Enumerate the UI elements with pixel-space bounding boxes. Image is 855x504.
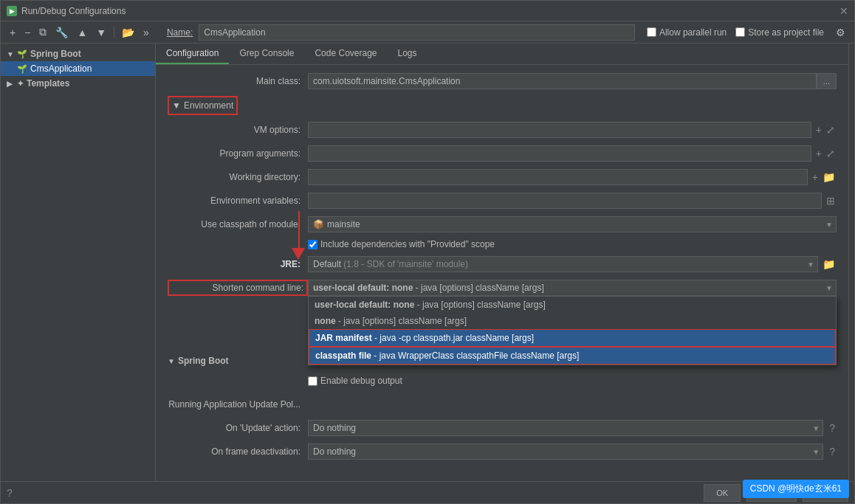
program-arguments-row: Program arguments: + ⤢	[168, 145, 837, 162]
help-icon-update[interactable]: ?	[828, 422, 837, 434]
shorten-cmd-popup: user-local default: none - java [options…	[308, 296, 837, 365]
add-button[interactable]: +	[7, 25, 18, 40]
on-update-select[interactable]: Do nothing ▼	[308, 420, 823, 436]
expand-icon[interactable]: +	[811, 171, 820, 183]
move-up-button[interactable]: ▲	[74, 25, 90, 40]
classpath-module-row: Use classpath of module: 📦 mainsite ▼	[168, 215, 837, 233]
more-button[interactable]: »	[140, 25, 152, 40]
on-frame-label: On frame deactivation:	[168, 446, 308, 457]
jre-select[interactable]: Default (1.8 - SDK of 'mainsite' module)…	[308, 256, 818, 272]
main-class-label: Main class:	[168, 76, 308, 86]
shorten-cmd-dropdown-wrapper: user-local default: none - java [options…	[308, 280, 837, 296]
name-label: Name:	[167, 27, 193, 38]
folder-browse-icon[interactable]: 📁	[821, 171, 837, 183]
on-update-dropdown: Do nothing ▼	[308, 420, 823, 436]
window-title: Run/Debug Configurations	[21, 6, 126, 16]
enable-debug-row: Enable debug output	[168, 372, 837, 390]
dropdown-arrow-icon: ▼	[807, 260, 814, 269]
environment-section-header: ▼ Environment	[168, 96, 238, 115]
program-arguments-input[interactable]	[308, 145, 811, 162]
dropdown-arrow-icon: ▼	[825, 221, 833, 229]
main-area: ▼ 🌱 Spring Boot 🌱 CmsApplication ▶ ✦ Tem…	[1, 44, 854, 481]
dropdown-item-3[interactable]: classpath file - java WrapperClass class…	[309, 347, 836, 365]
dropdown-item-2[interactable]: JAR manifest - java -cp classpath.jar cl…	[309, 329, 836, 347]
working-directory-actions: + 📁	[811, 171, 837, 183]
vm-options-input[interactable]	[308, 122, 811, 138]
allow-parallel-checkbox[interactable]: Allow parallel run	[647, 27, 727, 38]
spring-boot-label: Spring Boot	[178, 356, 229, 366]
sidebar-item-label: Spring Boot	[30, 49, 81, 59]
dropdown-item-1[interactable]: none - java [options] className [args]	[309, 313, 836, 329]
vm-options-label: VM options:	[168, 125, 308, 135]
running-update-label: Running Application Update Pol...	[168, 399, 308, 410]
store-project-checkbox[interactable]: Store as project file	[735, 27, 824, 38]
app-icon: 🌱	[17, 64, 27, 74]
tab-logs[interactable]: Logs	[388, 44, 428, 64]
browse-icon[interactable]: ⊞	[825, 195, 837, 207]
program-arguments-label: Program arguments:	[168, 148, 308, 159]
tab-grep-console[interactable]: Grep Console	[229, 44, 304, 64]
classpath-module-select[interactable]: 📦 mainsite ▼	[308, 216, 837, 232]
settings-button[interactable]: 🔧	[52, 25, 71, 40]
vm-options-row: VM options: + ⤢	[168, 121, 837, 139]
run-debug-configurations-window: ▶ Run/Debug Configurations ✕ + − ⧉ 🔧 ▲ ▼…	[0, 0, 855, 504]
collapse-icon: ▼	[168, 357, 175, 365]
close-button[interactable]: ✕	[839, 5, 848, 17]
module-value: mainsite	[327, 219, 360, 229]
sidebar-item-label: Templates	[27, 78, 69, 89]
red-arrow-annotation	[292, 211, 305, 260]
shorten-cmd-select[interactable]: user-local default: none - java [options…	[308, 280, 837, 296]
content-panel: Configuration Grep Console Code Coverage…	[156, 44, 848, 481]
jre-folder-icon[interactable]: 📁	[821, 258, 837, 270]
remove-button[interactable]: −	[21, 25, 33, 40]
main-class-browse-button[interactable]: ...	[817, 73, 837, 89]
gear-icon[interactable]: ⚙	[833, 25, 848, 40]
expand-icon[interactable]: +	[814, 148, 823, 159]
move-down-button[interactable]: ▼	[93, 25, 109, 40]
include-deps-row: Include dependencies with "Provided" sco…	[168, 239, 837, 249]
enable-debug-checkbox[interactable]: Enable debug output	[308, 376, 402, 386]
working-directory-label: Working directory:	[168, 172, 308, 182]
sidebar-item-label: CmsApplication	[30, 63, 92, 74]
template-icon: ✦	[17, 79, 24, 89]
tab-configuration[interactable]: Configuration	[156, 44, 229, 64]
popup-icon[interactable]: ⤢	[825, 148, 837, 159]
help-icon-frame[interactable]: ?	[828, 446, 837, 458]
main-class-input[interactable]	[308, 73, 817, 89]
working-directory-row: Working directory: + 📁	[168, 168, 837, 186]
arrow-icon: ▶	[7, 80, 14, 88]
on-frame-value: Do nothing	[313, 446, 356, 457]
shorten-cmd-label: Shorten command line:	[168, 280, 308, 296]
sidebar-item-templates[interactable]: ▶ ✦ Templates	[1, 76, 155, 91]
module-icon: 📦	[313, 219, 324, 229]
env-variables-input[interactable]	[308, 193, 822, 209]
include-deps-label: Include dependencies with "Provided" sco…	[320, 239, 495, 249]
ok-button[interactable]: OK	[704, 484, 741, 502]
spring-boot-section: ▼ Spring Boot Enable debug output Runnin…	[168, 356, 837, 460]
name-input[interactable]	[199, 24, 635, 41]
on-update-label: On 'Update' action:	[168, 423, 308, 433]
popup-icon[interactable]: ⤢	[825, 124, 837, 136]
dropdown-item-0[interactable]: user-local default: none - java [options…	[309, 297, 836, 313]
sidebar: ▼ 🌱 Spring Boot 🌱 CmsApplication ▶ ✦ Tem…	[1, 44, 156, 481]
on-frame-select[interactable]: Do nothing ▼	[308, 443, 823, 460]
title-bar: ▶ Run/Debug Configurations ✕	[1, 1, 854, 21]
working-directory-input[interactable]	[308, 169, 808, 185]
on-update-value: Do nothing	[313, 423, 356, 433]
main-class-row: Main class: ...	[168, 72, 837, 90]
on-update-row: On 'Update' action: Do nothing ▼ ?	[168, 419, 837, 437]
sidebar-item-springboot[interactable]: ▼ 🌱 Spring Boot	[1, 46, 155, 61]
classpath-module-label: Use classpath of module:	[168, 219, 308, 229]
jre-actions: 📁	[821, 258, 837, 270]
copy-button[interactable]: ⧉	[36, 24, 49, 40]
env-variables-row: Environment variables: ⊞	[168, 192, 837, 210]
scrollbar[interactable]	[848, 44, 854, 481]
tabs-bar: Configuration Grep Console Code Coverage…	[156, 44, 848, 65]
help-button[interactable]: ?	[7, 487, 13, 499]
include-deps-checkbox[interactable]	[308, 240, 317, 249]
folder-button[interactable]: 📂	[119, 25, 137, 40]
tab-code-coverage[interactable]: Code Coverage	[304, 44, 387, 64]
env-variables-actions: ⊞	[825, 195, 837, 207]
expand-icon[interactable]: +	[814, 124, 823, 136]
sidebar-item-cmsapp[interactable]: 🌱 CmsApplication	[1, 61, 155, 76]
